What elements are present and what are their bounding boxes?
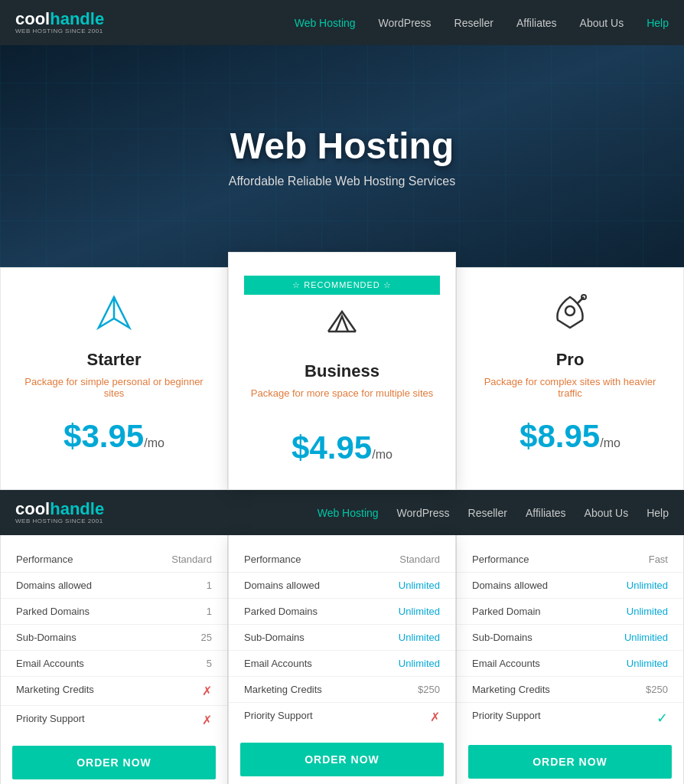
features-col-pro: Performance Fast Domains allowed Unlimit… [456,535,684,784]
label-priority: Priority Support [16,713,85,727]
order-btn-pro[interactable]: ORDER NOW [468,745,672,779]
hero-subtitle: Affordable Reliable Web Hosting Services [229,175,455,188]
nav2-item-webhosting[interactable]: Web Hosting [318,506,379,520]
value-email-b: Unlimited [399,658,440,669]
nav2-item-wordpress[interactable]: WordPress [397,506,450,520]
nav-item-reseller[interactable]: Reseller [454,16,493,30]
value-email: 5 [207,658,212,669]
business-icon [244,302,440,354]
logo-cool: cool [15,9,50,28]
starter-desc: Package for simple personal or beginner … [16,376,212,407]
value-marketing-p: $250 [646,684,668,695]
nav2-link-reseller[interactable]: Reseller [468,507,507,519]
nav2-item-reseller[interactable]: Reseller [468,506,507,520]
nav2-link-webhosting[interactable]: Web Hosting [318,507,379,519]
nav2-link-affiliates[interactable]: Affiliates [526,507,566,519]
feature-marketing-starter: Marketing Credits ✗ [1,677,227,706]
nav-link-webhosting[interactable]: Web Hosting [295,17,356,29]
feature-domains-pro: Domains allowed Unlimited [457,573,683,599]
order-btn-business[interactable]: ORDER NOW [240,743,444,776]
value-priority-b: ✗ [430,710,440,724]
value-marketing: ✗ [202,684,212,698]
feature-email-pro: Email Accounts Unlimited [457,651,683,677]
nav2-item-affiliates[interactable]: Affiliates [526,506,566,520]
nav-item-aboutus[interactable]: About Us [580,16,624,30]
value-parked-p: Unlimited [627,606,668,617]
feature-performance-pro: Performance Fast [457,547,683,573]
nav2-item-aboutus[interactable]: About Us [585,506,629,520]
nav2-link-help[interactable]: Help [647,507,669,519]
feature-email-starter: Email Accounts 5 [1,651,227,677]
feature-domains-business: Domains allowed Unlimited [229,573,455,599]
svg-line-4 [578,297,584,303]
nav2-links: Web Hosting WordPress Reseller Affiliate… [318,506,669,520]
nav-link-aboutus[interactable]: About Us [580,17,624,29]
feature-performance-business: Performance Standard [229,547,455,573]
label-performance: Performance [16,554,73,565]
feature-parked-starter: Parked Domains 1 [1,599,227,625]
label-performance-p: Performance [472,554,529,565]
starter-icon [16,291,212,342]
nav-link-wordpress[interactable]: WordPress [379,17,432,29]
label-subdomains-p: Sub-Domains [472,632,533,643]
nav-link-affiliates[interactable]: Affiliates [516,17,557,29]
value-performance: Standard [171,554,212,565]
nav-item-wordpress[interactable]: WordPress [379,16,432,30]
label-email-b: Email Accounts [244,658,312,669]
logo2-handle: handle [50,499,104,518]
label-priority-p: Priority Support [472,710,541,727]
label-priority-b: Priority Support [244,710,313,724]
pricing-card-starter: Starter Package for simple personal or b… [0,267,228,490]
business-name: Business [244,361,440,381]
value-priority-p: ✓ [656,710,668,727]
business-price: $4.95/mo [244,430,440,466]
label-domains-p: Domains allowed [472,580,548,591]
order-btn-starter[interactable]: ORDER NOW [12,746,216,779]
feature-parked-business: Parked Domains Unlimited [229,599,455,625]
nav2-link-wordpress[interactable]: WordPress [397,507,450,519]
label-domains: Domains allowed [16,580,92,591]
label-email-p: Email Accounts [472,658,540,669]
value-domains: 1 [207,580,212,591]
features-col-business: Performance Standard Domains allowed Unl… [228,535,456,784]
value-performance-b: Standard [399,554,440,565]
feature-performance-starter: Performance Standard [1,547,227,573]
top-nav: coolhandle WEB HOSTING SINCE 2001 Web Ho… [0,0,684,45]
feature-domains-starter: Domains allowed 1 [1,573,227,599]
value-priority: ✗ [202,713,212,727]
business-price-value: $4.95 [292,430,372,466]
logo-sub: WEB HOSTING SINCE 2001 [15,28,104,34]
value-marketing-b: $250 [418,684,440,695]
nav-item-affiliates[interactable]: Affiliates [516,16,557,30]
pricing-card-pro: Pro Package for complex sites with heavi… [456,267,684,490]
nav-link-help[interactable]: Help [647,17,669,29]
label-marketing: Marketing Credits [16,684,94,698]
label-subdomains: Sub-Domains [16,632,77,643]
value-performance-p: Fast [649,554,668,565]
nav2-link-aboutus[interactable]: About Us [585,507,629,519]
logo2-sub: WEB HOSTING SINCE 2001 [15,518,104,524]
pro-mo: /mo [600,436,620,449]
logo2[interactable]: coolhandle WEB HOSTING SINCE 2001 [15,501,104,524]
value-parked: 1 [207,606,212,617]
label-subdomains-b: Sub-Domains [244,632,305,643]
logo[interactable]: coolhandle WEB HOSTING SINCE 2001 [15,11,104,34]
nav-item-webhosting[interactable]: Web Hosting [295,16,356,30]
features-col-starter: Performance Standard Domains allowed 1 P… [0,535,228,784]
business-desc: Package for more space for multiple site… [244,387,440,418]
second-nav: coolhandle WEB HOSTING SINCE 2001 Web Ho… [0,490,684,535]
value-parked-b: Unlimited [399,606,440,617]
feature-marketing-pro: Marketing Credits $250 [457,677,683,703]
pro-price: $8.95/mo [472,418,668,455]
nav-links: Web Hosting WordPress Reseller Affiliate… [295,16,669,30]
feature-marketing-business: Marketing Credits $250 [229,677,455,703]
pro-name: Pro [472,350,668,370]
nav-item-help[interactable]: Help [647,16,669,30]
nav2-item-help[interactable]: Help [647,506,669,520]
pricing-section: Starter Package for simple personal or b… [0,267,684,490]
label-parked-p: Parked Domain [472,606,541,617]
feature-priority-business: Priority Support ✗ [229,703,455,731]
starter-price-value: $3.95 [64,418,144,454]
feature-parked-pro: Parked Domain Unlimited [457,599,683,625]
nav-link-reseller[interactable]: Reseller [454,17,493,29]
